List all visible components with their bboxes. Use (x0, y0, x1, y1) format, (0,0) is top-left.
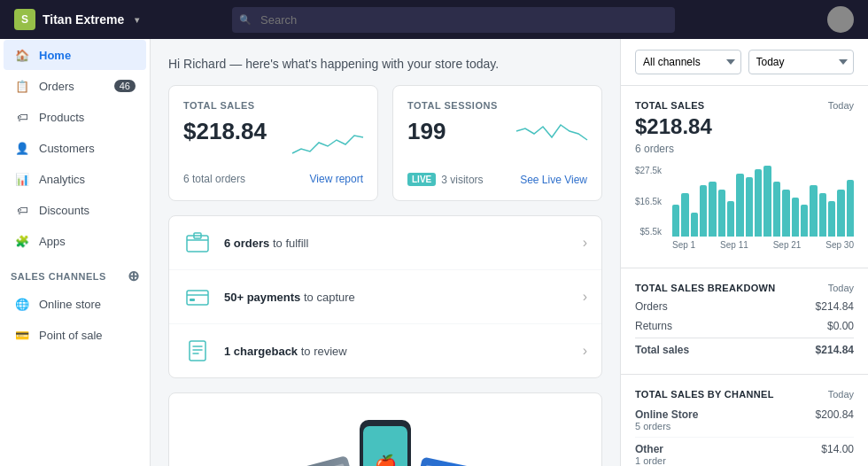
shopify-logo-icon: S (14, 9, 35, 30)
sidebar-item-label: Online store (39, 298, 101, 311)
sidebar-item-point-of-sale[interactable]: 💳 Point of sale (4, 320, 146, 350)
chart-label-sep30: Sep 30 (825, 240, 854, 250)
sidebar-item-apps[interactable]: 🧩 Apps (4, 226, 146, 256)
online-store-icon: 🌐 (14, 296, 30, 312)
sidebar-item-orders[interactable]: 📋 Orders 46 (4, 71, 146, 101)
action-fulfill-text: 6 orders to fulfill (224, 237, 583, 250)
chart-bar (801, 205, 808, 237)
sales-channels-header: SALES CHANNELS ⊕ (0, 257, 150, 288)
promo-illustration: 🍎 (187, 411, 584, 466)
chart-y-label-mid: $16.5k (635, 197, 662, 206)
breakdown-value: $214.84 (816, 300, 854, 313)
analytics-icon: 📊 (14, 171, 30, 187)
apps-icon: 🧩 (14, 233, 30, 249)
breakdown-header: TOTAL SALES BREAKDOWN Today (635, 283, 854, 293)
action-item-fulfill[interactable]: 6 orders to fulfill › (169, 216, 601, 270)
chart-bar (727, 201, 734, 237)
total-sessions-label: TOTAL SESSIONS (407, 100, 587, 111)
chart-bar (718, 190, 725, 237)
chart-bar (755, 169, 762, 237)
channel-filter-select[interactable]: All channels Online Store Other (635, 50, 741, 74)
total-sessions-value: 199 (407, 118, 446, 145)
total-sales-card: TOTAL SALES $218.84 6 total orders View … (168, 85, 378, 201)
stat-cards: TOTAL SALES $218.84 6 total orders View … (168, 85, 602, 201)
customers-icon: 👤 (14, 140, 30, 156)
action-item-chargeback[interactable]: 1 chargeback to review › (169, 324, 601, 377)
avatar[interactable] (827, 6, 854, 33)
sidebar-item-label: Orders (39, 80, 74, 93)
see-live-view-link[interactable]: See Live View (520, 174, 587, 186)
orders-badge: 46 (114, 80, 136, 92)
chargeback-chevron-icon: › (583, 343, 587, 359)
breakdown-label: Orders (635, 300, 668, 313)
chart-label-sep11: Sep 11 (720, 240, 748, 250)
channel-header: TOTAL SALES BY CHANNEL Today (635, 389, 854, 400)
view-report-link[interactable]: View report (310, 173, 363, 185)
chart-bar (819, 193, 826, 237)
payments-chevron-icon: › (583, 289, 587, 305)
total-sales-sparkline (292, 118, 363, 162)
main-content: Hi Richard — here's what's happening wit… (151, 39, 620, 466)
chart-bar (691, 213, 698, 237)
breakdown-label: Total sales (635, 344, 689, 356)
chart-bar (782, 190, 789, 237)
breakdown-value: $0.00 (827, 320, 854, 332)
sidebar-item-online-store[interactable]: 🌐 Online store (4, 289, 146, 319)
chart-bar (763, 166, 771, 237)
action-item-payments[interactable]: 50+ payments to capture › (169, 270, 601, 324)
right-panel: All channels Online Store Other Today Ye… (620, 39, 868, 466)
action-payments-desc: to capture (300, 291, 354, 304)
chart-bar (837, 190, 844, 237)
sidebar-item-discounts[interactable]: 🏷 Discounts (4, 195, 146, 225)
sidebar-item-label: Discounts (39, 204, 89, 217)
breakdown-date: Today (828, 283, 854, 293)
chart-x-labels: Sep 1 Sep 11 Sep 21 Sep 30 (672, 240, 854, 250)
discounts-icon: 🏷 (14, 202, 30, 218)
right-sales-orders: 6 orders (635, 143, 854, 155)
action-fulfill-bold: 6 orders (224, 237, 269, 250)
total-sessions-sparkline (516, 118, 587, 162)
channel-value: $14.00 (821, 443, 854, 455)
search-input[interactable] (232, 7, 675, 33)
svg-rect-3 (190, 299, 195, 301)
chart-bar (792, 198, 799, 237)
sidebar-item-products[interactable]: 🏷 Products (4, 102, 146, 132)
sidebar-item-label: Products (39, 111, 84, 124)
breakdown-row: Orders$214.84 (635, 297, 854, 316)
chart-label-sep21: Sep 21 (773, 240, 802, 250)
chart-bar (847, 180, 854, 237)
channel-item: Online Store$200.845 orders (635, 403, 854, 438)
action-chargeback-bold: 1 chargeback (224, 345, 298, 358)
right-sales-date: Today (828, 100, 854, 111)
chart-bar (746, 177, 753, 237)
sidebar-item-label: Home (39, 49, 71, 62)
right-panel-filters: All channels Online Store Other Today Ye… (621, 39, 868, 86)
brand-area[interactable]: S Titan Extreme ▾ (14, 9, 156, 30)
total-sessions-footer: LIVE 3 visitors See Live View (407, 173, 587, 186)
breakdown-title: TOTAL SALES BREAKDOWN (635, 283, 775, 293)
search-area[interactable] (232, 7, 675, 33)
right-channel-section: TOTAL SALES BY CHANNEL Today Online Stor… (621, 375, 868, 466)
greeting-text: Hi Richard — here's what's happening wit… (168, 57, 602, 71)
right-breakdown-section: TOTAL SALES BREAKDOWN Today Orders$214.8… (621, 268, 868, 375)
total-sessions-card: TOTAL SESSIONS 199 LIVE 3 visitors See L… (392, 85, 602, 201)
add-channel-icon[interactable]: ⊕ (128, 268, 140, 284)
channel-date: Today (828, 389, 854, 400)
total-sales-footer: 6 total orders View report (183, 173, 363, 185)
chart-label-sep1: Sep 1 (672, 240, 695, 250)
channel-title: TOTAL SALES BY CHANNEL (635, 389, 774, 400)
action-chargeback-text: 1 chargeback to review (224, 345, 583, 358)
chart-y-label-top: $27.5k (635, 166, 662, 175)
chart-bar (828, 201, 835, 237)
total-sales-label: TOTAL SALES (183, 100, 363, 111)
brand-name: Titan Extreme (43, 12, 124, 27)
date-filter-select[interactable]: Today Yesterday Last 7 days (748, 50, 855, 74)
sidebar-item-analytics[interactable]: 📊 Analytics (4, 164, 146, 194)
chart-bars (672, 166, 854, 237)
sidebar-item-home[interactable]: 🏠 Home (4, 40, 146, 70)
sidebar-item-customers[interactable]: 👤 Customers (4, 133, 146, 163)
chart-bar (700, 185, 707, 237)
action-list: 6 orders to fulfill › 50+ payments to ca… (168, 215, 602, 378)
sidebar-item-label: Customers (39, 142, 95, 155)
right-total-sales-section: TOTAL SALES Today $218.84 6 orders $27.5… (621, 86, 868, 268)
